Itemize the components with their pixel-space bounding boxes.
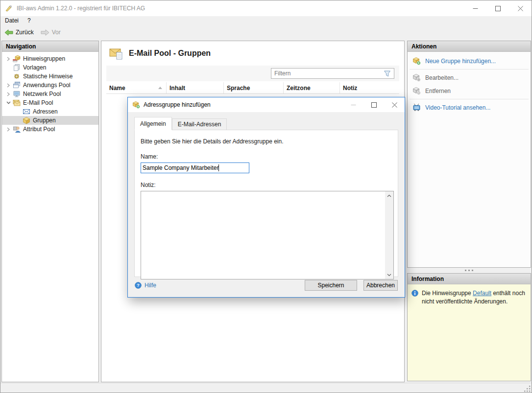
column-header-sprache[interactable]: Sprache <box>224 82 284 93</box>
panel-splitter[interactable] <box>407 268 531 273</box>
filter-band <box>106 66 399 81</box>
navigation-header: Navigation <box>2 41 98 52</box>
resize-grip-icon[interactable] <box>524 386 531 392</box>
menu-datei[interactable]: Datei <box>0 17 23 24</box>
chevron-right-icon[interactable] <box>5 127 12 132</box>
separator <box>410 99 529 99</box>
sidebar-item-attribut-pool[interactable]: Attribut Pool <box>2 125 98 134</box>
info-icon <box>411 290 418 306</box>
edit-group-icon <box>412 73 421 82</box>
attribute-pool-icon <box>13 125 21 133</box>
menubar: Datei ? <box>0 16 532 25</box>
navigation-panel: Navigation Hinweisgruppen <box>1 41 99 382</box>
application-pool-icon <box>13 81 21 89</box>
dialog-intro-text: Bitte geben Sie hier die Details der Add… <box>141 138 392 145</box>
sidebar-item-anwendungs-pool[interactable]: Anwendungs Pool <box>2 81 98 90</box>
help-link[interactable]: ? Hilfe <box>135 282 156 289</box>
back-arrow-icon <box>4 29 13 36</box>
default-group-link[interactable]: Default <box>473 290 491 297</box>
table-header: Name Inhalt Sprache Zeitzone Notiz <box>106 82 399 94</box>
dialog-tab-page: Bitte geben Sie hier die Details der Add… <box>134 130 398 277</box>
sidebar-item-gruppen[interactable]: Gruppen <box>2 116 98 125</box>
sidebar-item-label: Netzwerk Pool <box>23 91 61 97</box>
action-label: Video-Tutorial ansehen... <box>425 104 490 111</box>
dialog-minimize-button <box>343 97 363 112</box>
save-button[interactable]: Speichern <box>305 280 357 291</box>
sidebar-item-hinweisgruppen[interactable]: Hinweisgruppen <box>2 54 98 63</box>
filter-box <box>271 68 394 79</box>
column-label: Sprache <box>227 85 250 92</box>
action-label: Bearbeiten... <box>425 74 459 81</box>
dialog-maximize-button[interactable] <box>363 97 384 112</box>
filter-funnel-icon[interactable] <box>384 70 391 77</box>
dialog-titlebar: Adressgruppe hinzufügen <box>128 97 405 112</box>
column-header-name[interactable]: Name <box>106 82 167 93</box>
svg-text:?: ? <box>137 282 140 288</box>
action-remove: Entfernen <box>408 84 531 97</box>
window-title: IBI-aws Admin 1.22.0 - registriert für I… <box>17 5 145 12</box>
addresses-icon <box>23 108 30 116</box>
sidebar-item-label: Gruppen <box>33 117 56 124</box>
sidebar-item-label: Statische Hinweise <box>23 73 73 80</box>
sidebar-item-vorlagen[interactable]: Vorlagen <box>2 63 98 72</box>
column-header-notiz[interactable]: Notiz <box>340 82 399 93</box>
static-notices-gear-icon <box>13 72 21 80</box>
dialog-add-group-icon <box>132 101 140 109</box>
notiz-textarea[interactable] <box>141 191 385 279</box>
menu-help[interactable]: ? <box>23 17 35 24</box>
column-label: Inhalt <box>169 85 185 92</box>
add-group-icon <box>412 57 421 65</box>
actions-header: Aktionen <box>408 41 531 52</box>
action-video-tutorial[interactable]: Video-Tutorial ansehen... <box>408 101 531 114</box>
templates-icon <box>13 64 21 71</box>
information-text: Die Hinweisgruppe Default enthält noch n… <box>422 289 527 306</box>
column-header-zeitzone[interactable]: Zeitzone <box>284 82 340 93</box>
forward-button: Vor <box>41 29 61 36</box>
page-title: E-Mail Pool - Gruppen <box>129 49 211 58</box>
text-caret <box>218 164 219 171</box>
email-pool-icon <box>13 99 21 107</box>
tab-allgemein[interactable]: Allgemein <box>134 117 172 130</box>
sidebar-item-label: E-Mail Pool <box>23 99 53 106</box>
sidebar-item-netzwerk-pool[interactable]: Netzwerk Pool <box>2 90 98 98</box>
notiz-label: Notiz: <box>141 182 392 188</box>
email-pool-page-icon <box>109 46 123 60</box>
minimize-button[interactable] <box>464 0 486 16</box>
close-button[interactable] <box>509 0 532 16</box>
maximize-button[interactable] <box>486 0 509 16</box>
tab-email-adressen[interactable]: E-Mail-Adressen <box>172 118 227 130</box>
notiz-scrollbar[interactable] <box>385 191 393 279</box>
toolbar: Zurück Vor <box>0 25 532 40</box>
chevron-down-icon[interactable] <box>5 101 12 105</box>
chevron-right-icon[interactable] <box>5 92 12 96</box>
dialog-close-button[interactable] <box>384 97 405 112</box>
sidebar-item-label: Adressen <box>33 108 58 115</box>
filter-input[interactable] <box>274 70 381 77</box>
back-button[interactable]: Zurück <box>4 29 34 36</box>
information-text-before: Die Hinweisgruppe <box>422 290 473 297</box>
column-header-inhalt[interactable]: Inhalt <box>167 82 224 93</box>
help-label: Hilfe <box>145 282 156 289</box>
chevron-right-icon[interactable] <box>5 57 12 61</box>
chevron-right-icon[interactable] <box>5 83 12 88</box>
information-header: Information <box>408 274 531 284</box>
network-pool-icon <box>13 90 21 98</box>
forward-arrow-icon <box>41 29 49 36</box>
dialog-tabs: Allgemein E-Mail-Adressen <box>134 117 405 130</box>
sidebar-item-email-pool[interactable]: E-Mail Pool <box>2 98 98 107</box>
statusbar <box>0 383 532 393</box>
sidebar-item-statische-hinweise[interactable]: Statische Hinweise <box>2 72 98 81</box>
tv-icon <box>412 103 421 112</box>
scroll-up-icon[interactable] <box>385 191 393 200</box>
cancel-button[interactable]: Abbrechen <box>363 280 398 291</box>
notiz-field <box>141 191 394 279</box>
sidebar-item-label: Vorlagen <box>23 64 46 71</box>
dialog-title: Adressgruppe hinzufügen <box>144 101 211 108</box>
sidebar-item-adressen[interactable]: Adressen <box>2 107 98 116</box>
back-button-label: Zurück <box>16 29 34 36</box>
name-input[interactable] <box>141 162 249 173</box>
column-label: Zeitzone <box>287 85 311 92</box>
action-add-group[interactable]: Neue Gruppe hinzufügen... <box>408 54 531 68</box>
forward-button-label: Vor <box>52 29 61 36</box>
sort-asc-icon <box>158 87 162 89</box>
